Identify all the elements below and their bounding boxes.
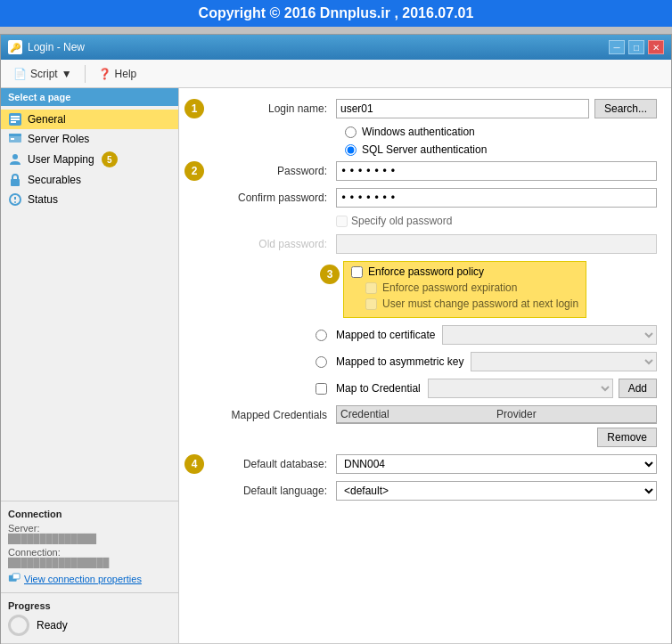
login-name-input[interactable] <box>336 99 589 118</box>
enforce-policy-row: Enforce password policy <box>351 265 578 278</box>
default-database-label: Default database: <box>193 458 336 470</box>
step3-circle: 3 <box>320 265 340 284</box>
titlebar: 🔑 Login - New ─ □ ✕ <box>1 35 671 60</box>
confirm-password-label: Confirm password: <box>193 192 336 204</box>
enforce-expiration-label: Enforce password expiration <box>382 281 517 294</box>
window-icon: 🔑 <box>8 40 22 54</box>
svg-point-7 <box>12 154 18 159</box>
mapped-cert-radio[interactable] <box>316 330 327 341</box>
default-database-row: 4 Default database: DNN004 <box>193 454 657 474</box>
watermark-text: Copyright © 2016 Dnnplus.ir , 2016.07.01 <box>199 5 474 20</box>
sidebar-item-user-mapping-label: User Mapping <box>28 153 94 166</box>
add-credential-button[interactable]: Add <box>619 379 657 398</box>
sidebar-item-securables[interactable]: Securables <box>1 170 178 190</box>
content-area: 1 Login name: Search... Windows authenti… <box>179 88 671 643</box>
provider-col-header: Provider <box>496 408 652 420</box>
credentials-table: Credential Provider <box>336 405 657 424</box>
help-button[interactable]: ❓ Help <box>93 66 143 82</box>
specify-old-password-row: Specify old password <box>336 215 657 227</box>
connection-server-label: Server: <box>8 523 171 534</box>
default-language-select[interactable]: <default> <box>336 481 657 501</box>
old-password-label: Old password: <box>193 238 336 250</box>
login-name-row: 1 Login name: Search... <box>193 99 657 118</box>
general-icon <box>8 112 22 126</box>
step1-circle: 1 <box>184 99 204 118</box>
remove-btn-container: Remove <box>336 428 657 447</box>
must-change-checkbox[interactable] <box>365 298 377 310</box>
sidebar-item-server-roles[interactable]: Server Roles <box>1 129 178 149</box>
svg-rect-8 <box>11 179 20 186</box>
window-title: Login - New <box>28 41 85 53</box>
toolbar-separator <box>85 65 86 83</box>
connection-title: Connection <box>8 509 171 519</box>
specify-old-password-checkbox[interactable] <box>336 216 348 227</box>
radio-sql-label: SQL Server authentication <box>362 143 487 156</box>
user-mapping-badge: 5 <box>102 151 118 167</box>
mapped-asymmetric-select[interactable] <box>471 352 657 371</box>
toolbar: 📄 Script ▼ ❓ Help <box>1 60 671 88</box>
sidebar-item-status[interactable]: Status <box>1 190 178 209</box>
mapped-asymmetric-radio[interactable] <box>316 356 327 368</box>
mapped-credentials-label: Mapped Credentials <box>193 405 336 421</box>
sidebar-connection-section: Connection Server: ██████████████ Connec… <box>1 501 178 592</box>
mapped-asymmetric-label: Mapped to asymmetric key <box>336 355 463 368</box>
credentials-table-header: Credential Provider <box>337 406 656 423</box>
sidebar-item-server-roles-label: Server Roles <box>28 133 89 145</box>
password-input[interactable] <box>336 161 657 181</box>
must-change-row: User must change password at next login <box>365 298 578 310</box>
mapped-credentials-row: Mapped Credentials Credential Provider R… <box>193 405 657 447</box>
enforce-policy-highlight: Enforce password policy Enforce password… <box>343 261 586 318</box>
svg-rect-2 <box>11 118 20 120</box>
server-roles-icon <box>8 132 22 146</box>
svg-rect-6 <box>11 138 14 140</box>
svg-rect-3 <box>11 121 16 123</box>
main-window: 🔑 Login - New ─ □ ✕ 📄 Script ▼ ❓ Help Se… <box>0 34 672 644</box>
sidebar-items: General Server Roles User Mapping <box>1 106 178 213</box>
connection-value: ████████████████ <box>8 558 171 567</box>
remove-button[interactable]: Remove <box>597 428 657 447</box>
enforce-policy-checkbox[interactable] <box>351 266 363 278</box>
script-icon: 📄 <box>13 68 27 80</box>
progress-gear-icon <box>8 615 29 636</box>
search-button[interactable]: Search... <box>594 99 657 118</box>
default-language-label: Default language: <box>193 485 336 497</box>
view-connection-link[interactable]: View connection properties <box>8 573 171 585</box>
mapped-cert-select[interactable] <box>442 325 657 345</box>
radio-windows-label: Windows authentication <box>362 126 475 138</box>
mapped-cert-label: Mapped to certificate <box>336 329 435 341</box>
sidebar-item-user-mapping[interactable]: User Mapping 5 <box>1 149 178 170</box>
svg-rect-13 <box>12 574 20 579</box>
confirm-password-row: Confirm password: <box>193 188 657 208</box>
enforce-policy-section: 3 Enforce password policy Enforce passwo… <box>343 261 657 318</box>
password-row: 2 Password: <box>193 161 657 181</box>
confirm-password-input[interactable] <box>336 188 657 208</box>
close-button[interactable]: ✕ <box>648 40 664 54</box>
radio-sql[interactable] <box>345 144 356 156</box>
step2-circle: 2 <box>184 161 204 181</box>
step4-circle: 4 <box>184 454 204 474</box>
enforce-policy-label: Enforce password policy <box>368 265 484 278</box>
sidebar-spacer <box>1 213 178 501</box>
sidebar: Select a page General <box>1 88 179 643</box>
sidebar-item-general[interactable]: General <box>1 110 178 129</box>
credentials-container: Credential Provider Remove <box>336 405 657 447</box>
map-credential-row: Map to Credential Add <box>193 379 657 398</box>
radio-windows[interactable] <box>345 126 356 138</box>
watermark-bar: Copyright © 2016 Dnnplus.ir , 2016.07.01 <box>0 0 672 27</box>
minimize-button[interactable]: ─ <box>609 40 625 54</box>
map-credential-checkbox[interactable] <box>316 383 327 395</box>
svg-point-11 <box>14 201 16 203</box>
map-credential-select[interactable] <box>428 379 613 398</box>
progress-title: Progress <box>8 600 171 611</box>
old-password-input[interactable] <box>336 234 657 254</box>
enforce-expiration-checkbox[interactable] <box>365 282 377 294</box>
default-language-row: Default language: <default> <box>193 481 657 501</box>
sidebar-progress-section: Progress Ready <box>1 592 178 643</box>
maximize-button[interactable]: □ <box>628 40 644 54</box>
script-dropdown-icon: ▼ <box>61 68 72 80</box>
script-label: Script <box>30 68 58 80</box>
default-database-select[interactable]: DNN004 <box>336 454 657 474</box>
old-password-row: Old password: <box>193 234 657 254</box>
securables-icon <box>8 173 22 187</box>
script-button[interactable]: 📄 Script ▼ <box>8 66 78 82</box>
